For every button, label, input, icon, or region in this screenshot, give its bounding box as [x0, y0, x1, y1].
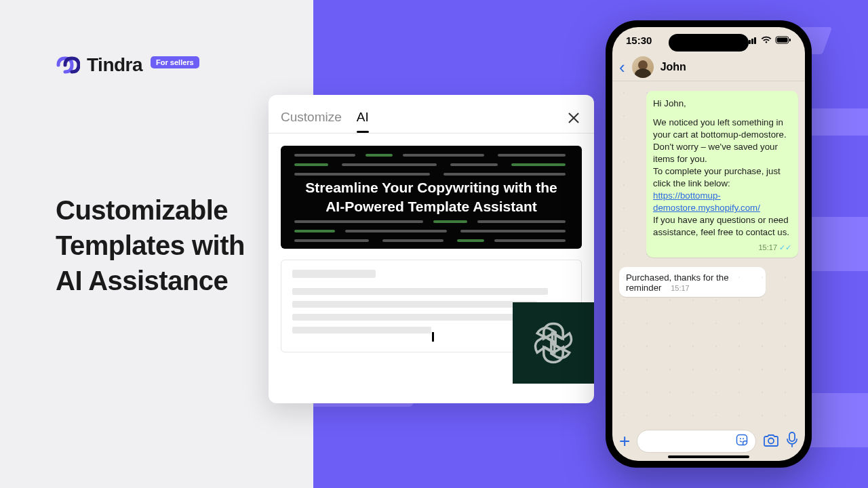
outgoing-message: Hi John, We noticed you left something i… — [646, 91, 798, 258]
msg-line: To complete your purchase, just click th… — [653, 165, 791, 214]
incoming-message: Purchased, thanks for the reminder 15:17 — [619, 267, 766, 297]
msg-line: We noticed you left something in your ca… — [653, 117, 791, 141]
camera-icon[interactable] — [763, 432, 779, 450]
brand-badge: For sellers — [151, 56, 199, 68]
svg-point-6 — [768, 439, 774, 444]
msg-meta: 15:17✓✓ — [653, 241, 791, 253]
msg-line: Don't worry – we've saved your items for… — [653, 141, 791, 165]
skeleton-line — [292, 314, 542, 321]
msg-greeting: Hi John, — [653, 98, 791, 110]
chat-body: Hi John, We noticed you left something i… — [612, 81, 805, 426]
svg-point-5 — [743, 438, 744, 439]
message-input[interactable] — [637, 430, 756, 453]
close-icon[interactable] — [566, 110, 582, 126]
tab-ai[interactable]: AI — [357, 110, 369, 133]
phone-mockup: 15:30 ‹ John Hi John, We noticed you lef… — [606, 20, 812, 468]
page-headline: Customizable Templates with AI Assistanc… — [56, 192, 273, 298]
brand-name: Tindra — [87, 54, 142, 76]
ai-banner: Streamline Your Copywriting with the AI-… — [281, 146, 582, 249]
msg-meta: 15:17 — [671, 284, 690, 292]
skeleton-line — [292, 327, 431, 333]
status-time: 15:30 — [626, 35, 652, 46]
panel-tabs: Customize AI — [281, 110, 369, 133]
svg-point-4 — [740, 438, 741, 439]
sticker-icon[interactable] — [735, 433, 749, 449]
banner-headline: Streamline Your Copywriting with the AI-… — [296, 178, 567, 216]
openai-icon — [528, 317, 579, 369]
phone-screen: 15:30 ‹ John Hi John, We noticed you lef… — [612, 27, 805, 461]
skeleton-line — [292, 288, 548, 295]
contact-name[interactable]: John — [660, 61, 686, 73]
attach-plus-icon[interactable]: + — [619, 432, 630, 451]
chat-header: ‹ John — [612, 53, 805, 81]
svg-rect-2 — [789, 39, 791, 41]
contact-avatar[interactable] — [632, 56, 654, 78]
typing-cursor — [432, 332, 434, 342]
openai-logo-tile — [513, 302, 594, 384]
msg-link[interactable]: https://bottomup-demostore.myshopify.com… — [653, 190, 760, 213]
svg-rect-3 — [737, 435, 747, 445]
brand-logo-mark — [56, 56, 80, 75]
battery-icon — [775, 36, 791, 44]
back-chevron-icon[interactable]: ‹ — [619, 58, 625, 76]
mic-icon[interactable] — [786, 432, 798, 451]
wifi-icon — [761, 36, 772, 44]
tab-customize[interactable]: Customize — [281, 110, 342, 133]
svg-rect-1 — [777, 38, 788, 43]
brand-logo: Tindra For sellers — [56, 54, 199, 76]
divider — [269, 133, 594, 134]
skeleton-line — [292, 301, 537, 308]
phone-notch — [669, 34, 749, 52]
msg-line: If you have any questions or need assist… — [653, 214, 791, 239]
svg-rect-7 — [789, 432, 795, 441]
read-ticks-icon: ✓✓ — [779, 243, 791, 251]
home-indicator — [668, 455, 749, 458]
signal-icon — [746, 37, 757, 44]
skeleton-line — [292, 270, 376, 278]
